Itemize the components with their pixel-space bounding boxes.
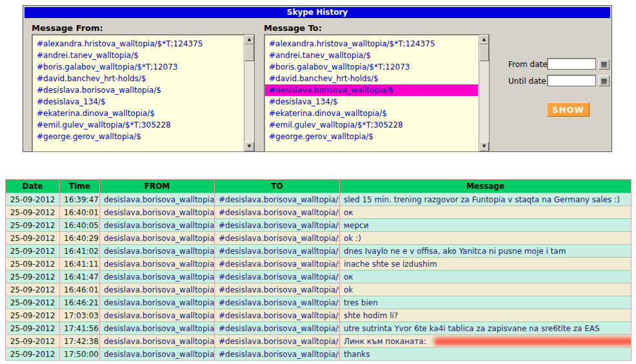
- cell-message: мерси: [340, 219, 631, 232]
- cell-message: inache shte se izdushim: [340, 258, 631, 271]
- message-from-listbox[interactable]: #alexandra.hristova_walltopia/$*T;124375…: [32, 34, 255, 152]
- cell-to: #desislava.borisova_walltopia/$: [215, 335, 340, 348]
- scrollbar-track[interactable]: [479, 44, 489, 142]
- list-item[interactable]: #david.banchev_hrt-holds/$: [265, 73, 478, 84]
- calendar-icon[interactable]: ▦: [599, 59, 610, 70]
- scroll-up-icon[interactable]: ▲: [479, 35, 489, 44]
- table-row: 25-09-201217:42:38desislava.borisova_wal…: [6, 335, 631, 348]
- until-date-label: Until date:: [508, 77, 549, 86]
- cell-message: ок: [340, 271, 631, 283]
- message-from-label: Message From:: [32, 23, 103, 33]
- cell-time: 16:39:47: [60, 193, 100, 206]
- window-title: Skype History: [25, 7, 610, 18]
- cell-time: 17:50:00: [60, 348, 100, 361]
- cell-to: #desislava.borisova_walltopia/$: [215, 219, 340, 232]
- cell-from: desislava.borisova_walltopia: [100, 322, 215, 335]
- cell-message: dnes Ivaylo ne e v offisa, ako Yanitca n…: [340, 245, 631, 258]
- list-item[interactable]: #ekaterina.dinova_walltopia/$: [33, 108, 243, 119]
- table-row: 25-09-201216:41:47desislava.borisova_wal…: [6, 271, 631, 283]
- cell-to: #desislava.borisova_walltopia/$: [215, 245, 340, 258]
- list-item[interactable]: #alexandra.hristova_walltopia/$*T;124375: [265, 38, 478, 50]
- list-item[interactable]: #emil.gulev_walltopia/$*T;305228: [33, 119, 243, 131]
- scrollbar-thumb[interactable]: [479, 44, 489, 61]
- table-row: 25-09-201216:41:11desislava.borisova_wal…: [6, 258, 631, 271]
- list-item[interactable]: #david.banchev_hrt-holds/$: [33, 73, 243, 84]
- cell-time: 16:40:01: [60, 206, 100, 219]
- cell-from: desislava.borisova_walltopia: [100, 296, 215, 309]
- cell-message: tres bien: [340, 296, 631, 309]
- cell-from: desislava.borisova_walltopia: [100, 232, 215, 245]
- column-header: TO: [215, 180, 340, 193]
- message-to-listbox[interactable]: #alexandra.hristova_walltopia/$*T;124375…: [264, 34, 490, 152]
- cell-time: 16:41:11: [60, 258, 100, 271]
- cell-date: 25-09-2012: [6, 193, 60, 206]
- to-scrollbar[interactable]: ▲ ▼: [479, 35, 489, 151]
- cell-to: #desislava.borisova_walltopia/$: [215, 296, 340, 309]
- list-item[interactable]: #emil.gulev_walltopia/$*T;305228: [265, 119, 478, 131]
- list-item[interactable]: #boris.galabov_walltopia/$*T;12073: [265, 61, 478, 73]
- cell-time: 17:42:38: [60, 335, 100, 348]
- list-item[interactable]: #desislava_134/$: [265, 96, 478, 108]
- cell-to: #desislava.borisova_walltopia/$: [215, 258, 340, 271]
- cell-to: #desislava.borisova_walltopia/$: [215, 271, 340, 283]
- list-item[interactable]: #ekaterina.dinova_walltopia/$: [265, 108, 478, 119]
- cell-message: thanks: [340, 348, 631, 361]
- cell-message: Линк към поканата:: [340, 335, 631, 348]
- redacted-content: [434, 338, 631, 345]
- cell-message: ok :): [340, 232, 631, 245]
- cell-to: #desislava.borisova_walltopia/$: [215, 348, 340, 361]
- from-scrollbar[interactable]: ▲ ▼: [244, 35, 254, 151]
- message-to-label: Message To:: [264, 23, 322, 33]
- until-date-input[interactable]: [547, 75, 596, 86]
- scroll-down-icon[interactable]: ▼: [479, 142, 489, 151]
- cell-from: desislava.borisova_walltopia: [100, 206, 215, 219]
- scroll-up-icon[interactable]: ▲: [244, 35, 254, 44]
- list-item[interactable]: #andrei.tanev_walltopia/$: [265, 50, 478, 61]
- cell-message: ok: [340, 283, 631, 296]
- cell-to: #desislava.borisova_walltopia/$: [215, 283, 340, 296]
- table-row: 25-09-201217:50:00desislava.borisova_wal…: [6, 348, 631, 361]
- cell-time: 16:40:05: [60, 219, 100, 232]
- cell-date: 25-09-2012: [6, 271, 60, 283]
- cell-time: 16:46:21: [60, 296, 100, 309]
- cell-to: #desislava.borisova_walltopia/$: [215, 232, 340, 245]
- cell-to: #desislava.borisova_walltopia/$: [215, 193, 340, 206]
- scrollbar-track[interactable]: [244, 44, 254, 142]
- list-item[interactable]: #desislava_134/$: [33, 96, 243, 108]
- scroll-down-icon[interactable]: ▼: [244, 142, 254, 151]
- cell-from: desislava.borisova_walltopia: [100, 258, 215, 271]
- cell-date: 25-09-2012: [6, 322, 60, 335]
- column-header: FROM: [100, 180, 215, 193]
- cell-date: 25-09-2012: [6, 219, 60, 232]
- cell-time: 17:41:56: [60, 322, 100, 335]
- table-row: 25-09-201216:46:01desislava.borisova_wal…: [6, 283, 631, 296]
- list-item[interactable]: #desislava.borisova_walltopia/$: [265, 84, 478, 96]
- show-button[interactable]: SHOW: [547, 102, 590, 117]
- cell-date: 25-09-2012: [6, 335, 60, 348]
- list-item[interactable]: #boris.galabov_walltopia/$*T;12073: [33, 61, 243, 73]
- table-row: 25-09-201216:40:29desislava.borisova_wal…: [6, 232, 631, 245]
- cell-message: sled 15 min. trening razgovor za Funtopi…: [340, 193, 631, 206]
- cell-message: utre sutrinta Yvor 6te ka4i tablica za z…: [340, 322, 631, 335]
- cell-time: 16:41:47: [60, 271, 100, 283]
- cell-date: 25-09-2012: [6, 309, 60, 322]
- cell-date: 25-09-2012: [6, 232, 60, 245]
- scrollbar-thumb[interactable]: [244, 44, 254, 61]
- calendar-icon[interactable]: ▦: [599, 75, 610, 86]
- table-row: 25-09-201217:03:03desislava.borisova_wal…: [6, 309, 631, 322]
- skype-history-window: Skype History Message From: Message To: …: [23, 5, 612, 152]
- cell-from: desislava.borisova_walltopia: [100, 193, 215, 206]
- table-row: 25-09-201216:40:05desislava.borisova_wal…: [6, 219, 631, 232]
- list-item[interactable]: #andrei.tanev_walltopia/$: [33, 50, 243, 61]
- cell-time: 16:40:29: [60, 232, 100, 245]
- cell-from: desislava.borisova_walltopia: [100, 245, 215, 258]
- list-item[interactable]: #george.gerov_walltopia/$: [265, 131, 478, 142]
- cell-time: 16:41:02: [60, 245, 100, 258]
- list-item[interactable]: #desislava.borisova_walltopia/$: [33, 84, 243, 96]
- table-row: 25-09-201216:46:21desislava.borisova_wal…: [6, 296, 631, 309]
- table-row: 25-09-201216:41:02desislava.borisova_wal…: [6, 245, 631, 258]
- from-date-input[interactable]: [547, 58, 596, 70]
- list-item[interactable]: #alexandra.hristova_walltopia/$*T;124375: [33, 38, 243, 50]
- list-item[interactable]: #george.gerov_walltopia/$: [33, 131, 243, 142]
- table-row: 25-09-201217:41:56desislava.borisova_wal…: [6, 322, 631, 335]
